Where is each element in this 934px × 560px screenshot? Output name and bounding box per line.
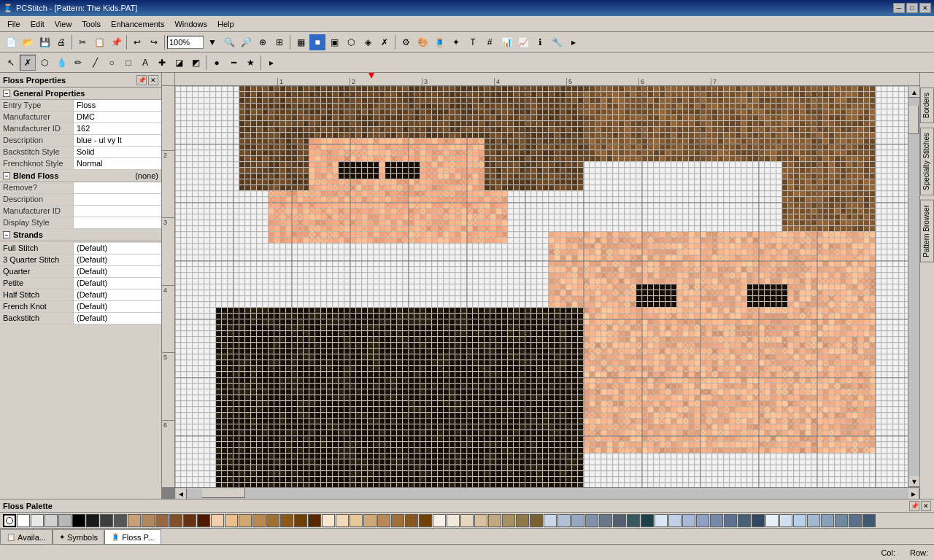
new-button[interactable]: 📄 xyxy=(3,34,19,50)
swatch-45[interactable] xyxy=(641,514,654,527)
backstitch-tool[interactable]: ━ xyxy=(225,55,242,71)
swatch-61[interactable] xyxy=(862,514,876,527)
swatch-42[interactable] xyxy=(599,514,612,527)
quarter-stitch-tool[interactable]: ◩ xyxy=(188,55,204,71)
properties-button[interactable]: ⚙ xyxy=(398,34,414,50)
zoom-in-button[interactable]: 🔎 xyxy=(238,34,254,50)
zoom-fit-button[interactable]: ⊞ xyxy=(271,34,287,50)
blend-floss-header[interactable]: − Blend Floss (none) xyxy=(0,170,161,182)
half-stitch-tool[interactable]: ◪ xyxy=(171,55,187,71)
swatch-37[interactable] xyxy=(530,514,543,527)
swatch-51[interactable] xyxy=(724,514,737,527)
swatch-9[interactable] xyxy=(142,514,155,527)
swatch-56[interactable] xyxy=(793,514,806,527)
scroll-left-button[interactable]: ◄ xyxy=(175,488,187,499)
close-panel-button[interactable]: ✕ xyxy=(148,75,158,85)
swatch-31[interactable] xyxy=(447,514,460,527)
maximize-button[interactable]: □ xyxy=(906,3,918,13)
scroll-thumb-h[interactable] xyxy=(201,488,245,498)
scroll-down-button[interactable]: ▼ xyxy=(908,475,919,487)
swatch-59[interactable] xyxy=(835,514,848,527)
count-button[interactable]: # xyxy=(482,34,498,50)
swatch-23[interactable] xyxy=(336,514,349,527)
more-tools[interactable]: ▸ xyxy=(263,55,279,71)
symbol-button[interactable]: ✦ xyxy=(448,34,464,50)
swatch-27[interactable] xyxy=(391,514,404,527)
vertical-scrollbar[interactable]: ▲ ▼ xyxy=(908,86,919,487)
swatch-29[interactable] xyxy=(419,514,432,527)
rect-tool[interactable]: □ xyxy=(120,55,136,71)
zoom-out-button[interactable]: 🔍 xyxy=(221,34,237,50)
swatch-11[interactable] xyxy=(169,514,182,527)
pencil-tool[interactable]: ✏ xyxy=(70,55,86,71)
zoom-input[interactable] xyxy=(167,36,204,49)
undo-button[interactable]: ↩ xyxy=(129,34,145,50)
palette-close-button[interactable]: ✕ xyxy=(921,501,931,511)
swatch-43[interactable] xyxy=(613,514,626,527)
horizontal-scrollbar[interactable]: ◄ ► xyxy=(175,487,919,499)
swatch-32[interactable] xyxy=(460,514,474,527)
swatch-55[interactable] xyxy=(779,514,792,527)
swatch-6[interactable] xyxy=(100,514,113,527)
menu-help[interactable]: Help xyxy=(213,18,239,30)
info-button[interactable]: ℹ xyxy=(532,34,548,50)
select-color-button[interactable]: ◈ xyxy=(360,34,376,50)
blend-toggle[interactable]: − xyxy=(3,172,10,179)
pattern-browser-tab[interactable]: Pattern Browser xyxy=(920,200,934,262)
scroll-track-v[interactable] xyxy=(908,98,919,475)
strands-header[interactable]: − Strands xyxy=(0,229,161,241)
save-button[interactable]: 💾 xyxy=(36,34,53,50)
strands-toggle[interactable]: − xyxy=(3,231,10,238)
zoom-select-button[interactable]: ⊕ xyxy=(255,34,271,50)
french-knot-tool[interactable]: ● xyxy=(209,55,225,71)
palette-button[interactable]: 🎨 xyxy=(414,34,431,50)
swatch-19[interactable] xyxy=(280,514,293,527)
swatch-5[interactable] xyxy=(86,514,99,527)
deselect-button[interactable]: ✗ xyxy=(377,34,393,50)
copy-button[interactable]: 📋 xyxy=(91,34,107,50)
swatch-25[interactable] xyxy=(363,514,377,527)
swatch-26[interactable] xyxy=(377,514,390,527)
swatch-21[interactable] xyxy=(308,514,321,527)
eraser-tool[interactable]: ✗ xyxy=(20,55,36,71)
swatch-49[interactable] xyxy=(696,514,709,527)
grid-button[interactable]: ▦ xyxy=(293,34,309,50)
chart-button[interactable]: 📈 xyxy=(515,34,531,50)
scroll-thumb-v[interactable] xyxy=(908,105,919,134)
swatch-48[interactable] xyxy=(682,514,695,527)
print-button[interactable]: 🖨 xyxy=(53,34,69,50)
swatch-18[interactable] xyxy=(266,514,279,527)
swatch-14[interactable] xyxy=(211,514,224,527)
swatch-13[interactable] xyxy=(197,514,210,527)
swatch-39[interactable] xyxy=(557,514,571,527)
swatch-33[interactable] xyxy=(474,514,487,527)
swatch-3[interactable] xyxy=(58,514,72,527)
menu-view[interactable]: View xyxy=(50,18,77,30)
thread-button[interactable]: 🧵 xyxy=(431,34,447,50)
swatch-15[interactable] xyxy=(225,514,238,527)
report-button[interactable]: 📊 xyxy=(498,34,514,50)
minimize-button[interactable]: ─ xyxy=(893,3,905,13)
swatch-16[interactable] xyxy=(239,514,252,527)
swatch-2[interactable] xyxy=(45,514,58,527)
swatch-0[interactable] xyxy=(17,514,30,527)
more-button[interactable]: ▸ xyxy=(566,34,582,50)
swatch-22[interactable] xyxy=(322,514,335,527)
stitch-tool[interactable]: ✚ xyxy=(154,55,170,71)
borders-tab[interactable]: Borders xyxy=(920,88,934,123)
menu-file[interactable]: File xyxy=(3,18,25,30)
swatch-8[interactable] xyxy=(128,514,141,527)
swatch-30[interactable] xyxy=(433,514,446,527)
swatch-54[interactable] xyxy=(765,514,779,527)
special-tool[interactable]: ★ xyxy=(242,55,258,71)
menu-tools[interactable]: Tools xyxy=(77,18,105,30)
close-button[interactable]: ✕ xyxy=(919,3,931,13)
swatch-28[interactable] xyxy=(405,514,418,527)
pattern-canvas[interactable] xyxy=(175,86,908,487)
eyedrop-tool[interactable]: 💧 xyxy=(53,55,69,71)
fill-tool[interactable]: ⬡ xyxy=(36,55,53,71)
menu-windows[interactable]: Windows xyxy=(170,18,212,30)
swatch-46[interactable] xyxy=(655,514,668,527)
select-tool[interactable]: ↖ xyxy=(3,55,19,71)
specialty-stitches-tab[interactable]: Specialty Stitches xyxy=(920,128,934,195)
